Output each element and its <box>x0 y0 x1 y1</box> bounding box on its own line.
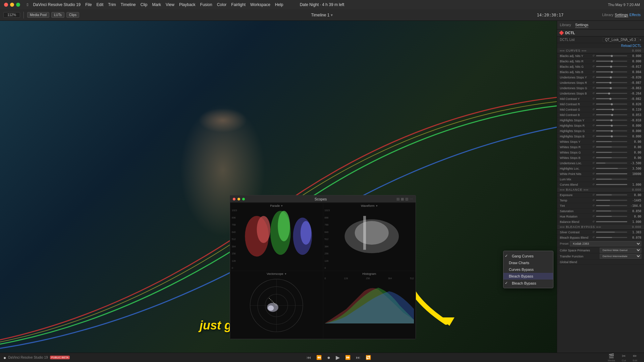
scope-icon-3[interactable]: ▥ <box>405 197 408 201</box>
playback-play[interactable]: ▶ <box>336 354 340 361</box>
param-reset-28[interactable]: ↺ <box>592 204 595 207</box>
param-reset-27[interactable]: ↺ <box>592 199 595 202</box>
transfer-fn-select[interactable]: DaVinci Intermediate <box>600 254 642 259</box>
effects-btn[interactable]: Effects <box>630 13 641 17</box>
preset-select[interactable]: Kodak 2383 <box>570 241 641 246</box>
param-reset-7[interactable]: ↺ <box>592 86 595 89</box>
menu-timeline[interactable]: Timeline <box>121 2 136 7</box>
cut-section-button[interactable]: ✂ Cut <box>622 353 626 362</box>
zoom-display[interactable]: 112% <box>3 12 20 18</box>
playback-loop[interactable]: 🔁 <box>366 355 371 360</box>
scope-max[interactable] <box>242 198 245 200</box>
param-reset-5[interactable]: ↺ <box>592 76 595 79</box>
settings-tab-btn[interactable]: Settings <box>575 22 589 28</box>
param-reset-9[interactable]: ↺ <box>592 97 595 100</box>
param-reset-30[interactable]: ↺ <box>592 215 595 218</box>
menu-file[interactable]: File <box>85 2 92 7</box>
param-reset-8[interactable]: ↺ <box>592 92 595 95</box>
scope-min[interactable] <box>237 198 240 200</box>
menu-fusion[interactable]: Fusion <box>200 2 212 7</box>
menu-item-draw-charts[interactable]: Draw Charts <box>503 259 553 266</box>
menu-app[interactable]: DaVinci Resolve Studio 19 <box>33 2 80 7</box>
luts-button[interactable]: LUTs <box>51 12 64 18</box>
playback-start[interactable]: ⏮ <box>307 355 311 360</box>
param-reset-10[interactable]: ↺ <box>592 103 595 106</box>
timeline-dropdown-icon[interactable]: ▾ <box>331 13 333 17</box>
scope-icon-4[interactable]: ⋯ <box>410 197 413 201</box>
library-tab[interactable]: Library <box>602 13 613 17</box>
menu-bar[interactable]:  DaVinci Resolve Studio 19 File Edit Tr… <box>27 2 283 7</box>
parade-dropdown[interactable]: ▾ <box>281 204 283 207</box>
menu-trim[interactable]: Trim <box>108 2 116 7</box>
maximize-button[interactable] <box>16 3 20 7</box>
param-reset-25[interactable]: ↺ <box>592 183 595 186</box>
param-reset-1[interactable]: ↺ <box>592 54 595 57</box>
color-space-row: Color Space Primaries DaVinci Wide Gamut <box>557 247 644 253</box>
menu-playback[interactable]: Playback <box>179 2 196 7</box>
param-reset-13[interactable]: ↺ <box>592 119 595 122</box>
param-reset-3[interactable]: ↺ <box>592 65 595 68</box>
dctl-list-dropdown[interactable]: ▾ <box>640 38 641 42</box>
vectorscope-dropdown[interactable]: ▾ <box>285 272 286 276</box>
param-reset-16[interactable]: ↺ <box>592 135 595 138</box>
window-controls[interactable] <box>4 3 20 7</box>
menu-view[interactable]: View <box>166 2 174 7</box>
media-section-button[interactable]: 🎬 Media <box>608 353 615 362</box>
param-reset-31[interactable]: ↺ <box>592 220 595 223</box>
menu-clip[interactable]: Clip <box>141 2 148 7</box>
menu-item-gang-curves[interactable]: Gang Curves <box>503 252 553 259</box>
param-reset-4[interactable]: ↺ <box>592 70 595 73</box>
playback-stop[interactable]: ● <box>327 355 330 361</box>
param-reset-29[interactable]: ↺ <box>592 209 595 213</box>
scope-icon-2[interactable]: ▦ <box>401 197 404 201</box>
playback-end[interactable]: ⏭ <box>356 355 360 360</box>
menu-apple[interactable]:  <box>27 2 28 7</box>
media-pool-button[interactable]: Media Pool <box>27 12 49 18</box>
param-reset-24[interactable]: ↺ <box>592 178 595 181</box>
param-reset-21[interactable]: ↺ <box>592 162 595 165</box>
menu-item-bleach-bypass-1[interactable]: Bleach Bypass <box>503 273 553 280</box>
param-reset-19[interactable]: ↺ <box>592 151 595 154</box>
param-reset-2[interactable]: ↺ <box>592 60 595 63</box>
param-reset-32[interactable]: ↺ <box>592 231 595 234</box>
menu-mark[interactable]: Mark <box>152 2 161 7</box>
param-reset-20[interactable]: ↺ <box>592 156 595 159</box>
edit-section-button[interactable]: ✏ Edit <box>633 353 637 362</box>
menu-item-curves-bypass[interactable]: Curves Bypass <box>503 266 553 273</box>
reload-dctl-button[interactable]: Reload DCTL <box>557 43 644 48</box>
scope-icon-1[interactable]: ▤ <box>396 197 399 201</box>
menu-edit[interactable]: Edit <box>97 2 104 7</box>
color-space-select[interactable]: DaVinci Wide Gamut <box>600 248 642 253</box>
param-reset-18[interactable]: ↺ <box>592 145 595 148</box>
param-reset-14[interactable]: ↺ <box>592 124 595 127</box>
global-blend-row: Global Blend <box>557 259 644 265</box>
vectorscope-svg <box>233 277 320 334</box>
playback-next-frame[interactable]: ⏩ <box>345 355 351 360</box>
param-reset-26[interactable]: ↺ <box>592 193 595 196</box>
menu-help[interactable]: Help <box>275 2 283 7</box>
menu-workspace[interactable]: Workspace <box>250 2 270 7</box>
scope-close[interactable] <box>233 198 235 200</box>
edit-icon: ✏ <box>633 353 637 359</box>
param-reset-17[interactable]: ↺ <box>592 140 595 143</box>
scope-view-icons[interactable]: ▤ ▦ ▥ ⋯ <box>396 197 413 201</box>
settings-tab[interactable]: Settings <box>615 13 628 17</box>
param-reset-33[interactable]: ↺ <box>592 236 595 239</box>
menu-item-bleach-bypass-2[interactable]: Bleach Bypass <box>503 280 553 287</box>
param-reset-22[interactable]: ↺ <box>592 167 595 170</box>
param-reset-11[interactable]: ↺ <box>592 108 595 111</box>
dctl-list-value[interactable]: QT_Look_DNA_v0.3 <box>603 38 638 42</box>
param-reset-23[interactable]: ↺ <box>592 172 595 175</box>
menu-color[interactable]: Color <box>217 2 227 7</box>
playback-prev-frame[interactable]: ⏪ <box>316 355 322 360</box>
minimize-button[interactable] <box>10 3 14 7</box>
param-reset-15[interactable]: ↺ <box>592 129 595 132</box>
library-tab-btn[interactable]: Library <box>560 22 571 28</box>
waveform-dropdown[interactable]: ▾ <box>376 204 378 207</box>
clips-button[interactable]: Clips <box>66 12 79 18</box>
param-reset-6[interactable]: ↺ <box>592 81 595 84</box>
menu-fairlight[interactable]: Fairlight <box>231 2 246 7</box>
toolbar-right-buttons: Library Settings Effects <box>602 13 641 17</box>
param-reset-12[interactable]: ↺ <box>592 113 595 116</box>
close-button[interactable] <box>4 3 8 7</box>
